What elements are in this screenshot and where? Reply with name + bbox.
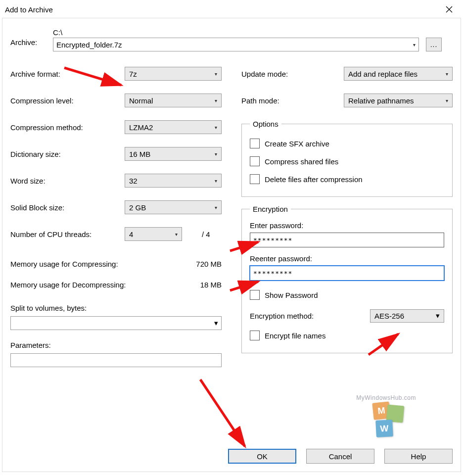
window-title: Add to Archive: [5, 5, 53, 14]
archive-label: Archive:: [10, 38, 37, 47]
params-label: Parameters:: [10, 341, 222, 349]
browse-button[interactable]: ...: [426, 38, 442, 51]
solid-value: 2 GB: [129, 203, 146, 212]
format-value: 7z: [129, 70, 137, 78]
password-label: Enter password:: [250, 221, 444, 230]
delete-label: Delete files after compression: [265, 175, 363, 184]
dict-value: 16 MB: [129, 150, 150, 158]
enc-method-label: Encryption method:: [250, 312, 314, 320]
mem-decompress-label: Memory usage for Decompressing:: [10, 281, 126, 289]
options-legend: Options: [250, 120, 281, 128]
chevron-down-icon: ▾: [215, 98, 217, 103]
split-label: Split to volumes, bytes:: [10, 304, 222, 312]
chevron-down-icon: ▾: [215, 151, 217, 157]
level-label: Compression level:: [10, 96, 125, 105]
sfx-label: Create SFX archive: [265, 140, 329, 148]
format-label: Archive format:: [10, 70, 125, 78]
delete-checkbox[interactable]: [250, 174, 260, 184]
mem-decompress-value: 18 MB: [200, 281, 222, 289]
svg-line-6: [200, 380, 245, 446]
update-label: Update mode:: [241, 70, 344, 78]
help-button[interactable]: Help: [384, 449, 453, 464]
dict-label: Dictionary size:: [10, 150, 125, 158]
cancel-button[interactable]: Cancel: [306, 449, 374, 464]
level-value: Normal: [129, 96, 153, 105]
close-button[interactable]: [439, 2, 459, 16]
cpu-value: 4: [129, 230, 133, 238]
chevron-down-icon: ▾: [215, 205, 217, 210]
enc-method-value: AES-256: [374, 312, 404, 320]
help-label: Help: [411, 452, 426, 461]
params-input[interactable]: [10, 353, 222, 367]
encryption-group: Encryption Enter password: ********* Ree…: [241, 205, 453, 353]
annotation-arrow-icon: [190, 375, 260, 454]
word-value: 32: [129, 177, 138, 185]
method-select[interactable]: LZMA2 ▾: [125, 120, 222, 134]
ok-button[interactable]: OK: [228, 449, 296, 464]
solid-label: Solid Block size:: [10, 203, 125, 212]
chevron-down-icon: ▾: [215, 71, 217, 77]
encrypt-names-checkbox[interactable]: [250, 331, 260, 340]
chevron-down-icon: ▾: [214, 319, 218, 328]
chevron-down-icon: ▾: [446, 71, 448, 77]
dict-select[interactable]: 16 MB ▾: [125, 147, 222, 161]
show-password-checkbox[interactable]: [250, 290, 260, 300]
encryption-legend: Encryption: [250, 205, 291, 213]
format-select[interactable]: 7z ▾: [125, 67, 222, 81]
pathmode-value: Relative pathnames: [348, 96, 414, 105]
encrypt-names-label: Encrypt file names: [265, 332, 325, 340]
cpu-select[interactable]: 4 ▾: [125, 227, 182, 241]
watermark-logo-icon: M W: [369, 402, 404, 437]
cpu-label: Number of CPU threads:: [10, 230, 125, 238]
password2-label: Reenter password:: [250, 254, 444, 263]
pathmode-select[interactable]: Relative pathnames ▾: [344, 94, 453, 107]
show-password-label: Show Password: [265, 291, 318, 299]
split-input[interactable]: ▾: [10, 316, 222, 330]
archive-path: C:\: [53, 28, 453, 37]
mem-compress-value: 720 MB: [196, 260, 222, 268]
update-value: Add and replace files: [348, 70, 417, 78]
word-select[interactable]: 32 ▾: [125, 174, 222, 188]
chevron-down-icon: ▾: [215, 178, 217, 184]
archive-name-value: Encrypted_folder.7z: [56, 41, 122, 49]
pathmode-label: Path mode:: [241, 96, 344, 105]
password2-value: *********: [253, 270, 292, 277]
password2-input[interactable]: *********: [250, 266, 444, 281]
archive-name-input[interactable]: Encrypted_folder.7z ▾: [53, 38, 419, 51]
chevron-down-icon: ▾: [436, 311, 440, 320]
mem-compress-label: Memory usage for Compressing:: [10, 260, 118, 268]
shared-checkbox[interactable]: [250, 156, 260, 166]
browse-label: ...: [430, 41, 438, 48]
solid-select[interactable]: 2 GB ▾: [125, 200, 222, 214]
cpu-total: / 4: [202, 230, 210, 238]
word-label: Word size:: [10, 177, 125, 185]
shared-label: Compress shared files: [265, 157, 338, 166]
password-input[interactable]: *********: [250, 233, 444, 247]
close-icon: [446, 6, 453, 13]
level-select[interactable]: Normal ▾: [125, 94, 222, 107]
cancel-label: Cancel: [329, 452, 352, 461]
watermark-text: MyWindowsHub.com: [356, 394, 416, 401]
chevron-down-icon: ▾: [413, 42, 416, 48]
chevron-down-icon: ▾: [446, 98, 448, 103]
ok-label: OK: [257, 452, 268, 461]
update-select[interactable]: Add and replace files ▾: [344, 67, 453, 81]
chevron-down-icon: ▾: [215, 125, 217, 130]
password-value: *********: [253, 237, 292, 244]
method-value: LZMA2: [129, 123, 153, 132]
enc-method-select[interactable]: AES-256 ▾: [370, 309, 444, 323]
options-group: Options Create SFX archive Compress shar…: [241, 120, 453, 197]
sfx-checkbox[interactable]: [250, 139, 260, 148]
watermark: MyWindowsHub.com M W: [356, 394, 416, 437]
method-label: Compression method:: [10, 123, 125, 132]
chevron-down-icon: ▾: [175, 232, 178, 237]
